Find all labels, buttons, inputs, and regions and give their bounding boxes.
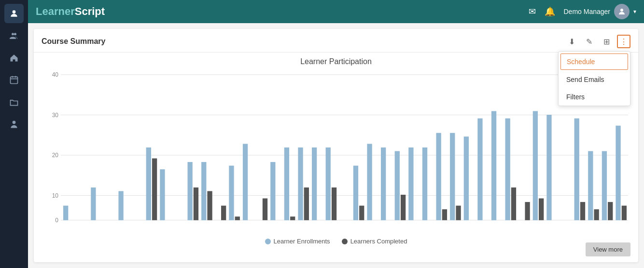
legend-completed: Learners Completed [342, 238, 407, 245]
svg-text:0: 0 [55, 217, 58, 224]
completed-dot [342, 239, 348, 244]
svg-rect-27 [201, 162, 206, 220]
completed-label: Learners Completed [350, 238, 407, 245]
svg-rect-65 [588, 151, 593, 220]
svg-rect-26 [194, 188, 198, 220]
svg-text:20: 20 [52, 152, 59, 159]
dropdown-filters[interactable]: Filters [559, 88, 630, 106]
svg-rect-60 [533, 111, 538, 220]
svg-rect-44 [367, 144, 372, 220]
topnav: LearnerScript ✉ 🔔 Demo Manager ▾ [28, 0, 644, 23]
avatar [614, 4, 630, 19]
svg-rect-35 [284, 147, 289, 220]
svg-rect-24 [160, 169, 165, 220]
topnav-right: ✉ 🔔 Demo Manager ▾ [529, 4, 637, 19]
svg-rect-68 [608, 202, 613, 220]
enrollments-dot [265, 239, 271, 244]
chart-legend: Learner Enrollments Learners Completed [42, 238, 630, 245]
svg-rect-22 [146, 147, 151, 220]
svg-rect-52 [450, 133, 455, 220]
svg-rect-56 [491, 111, 496, 220]
bar-chart-svg: 40 30 20 10 0 [42, 70, 630, 235]
sidebar-item-home[interactable] [4, 48, 24, 67]
dropdown-schedule[interactable]: Schedule [560, 54, 628, 70]
svg-rect-51 [442, 209, 447, 220]
svg-rect-21 [118, 191, 123, 220]
user-area[interactable]: Demo Manager ▾ [564, 4, 637, 19]
legend-enrollments: Learner Enrollments [265, 238, 330, 245]
sidebar-item-user[interactable] [4, 4, 24, 23]
svg-rect-19 [63, 206, 68, 220]
chart-svg-wrapper: 40 30 20 10 0 [42, 70, 630, 235]
svg-rect-69 [616, 126, 620, 220]
svg-rect-59 [525, 202, 530, 220]
sidebar-item-group[interactable] [4, 26, 24, 45]
svg-rect-41 [332, 188, 336, 220]
grid-button[interactable]: ⊞ [600, 35, 613, 48]
sidebar-item-folder[interactable] [4, 93, 24, 112]
svg-rect-25 [187, 162, 192, 220]
svg-rect-46 [395, 151, 400, 220]
svg-rect-58 [511, 188, 516, 220]
svg-rect-32 [243, 144, 248, 220]
svg-point-7 [13, 121, 16, 124]
svg-rect-36 [290, 216, 295, 220]
chart-container: Learner Participation 40 30 20 [34, 53, 638, 261]
svg-rect-43 [359, 206, 364, 220]
sidebar-item-users[interactable] [4, 115, 24, 134]
svg-text:10: 10 [52, 192, 59, 199]
svg-rect-38 [304, 188, 309, 220]
svg-rect-57 [505, 119, 510, 220]
sidebar-item-calendar[interactable] [4, 70, 24, 90]
svg-rect-28 [207, 191, 212, 220]
svg-rect-39 [312, 147, 317, 220]
svg-text:30: 30 [52, 112, 59, 119]
svg-rect-45 [381, 147, 386, 220]
sidebar [0, 0, 28, 268]
logo-script: Script [75, 5, 105, 17]
more-button[interactable]: ⋮ [617, 35, 630, 48]
view-more-button[interactable]: View more [586, 242, 630, 256]
bell-icon[interactable]: 🔔 [545, 6, 555, 17]
svg-rect-54 [464, 136, 469, 220]
svg-rect-31 [235, 216, 240, 220]
card-actions: ⬇ ✎ ⊞ ⋮ [565, 35, 630, 48]
course-summary-card: Course Summary ⬇ ✎ ⊞ ⋮ Learner Participa… [34, 29, 638, 262]
logo: LearnerScript [36, 5, 105, 18]
svg-rect-67 [602, 151, 607, 220]
svg-rect-47 [401, 195, 406, 220]
svg-rect-66 [594, 209, 599, 220]
svg-rect-20 [91, 188, 96, 220]
dropdown-send-emails[interactable]: Send Emails [559, 71, 630, 88]
svg-rect-49 [422, 147, 427, 220]
svg-rect-37 [298, 147, 303, 220]
dropdown-menu: Schedule Send Emails Filters [558, 51, 630, 106]
svg-point-1 [12, 33, 14, 35]
svg-point-8 [620, 9, 623, 12]
chart-title: Learner Participation [42, 57, 630, 66]
svg-rect-62 [546, 115, 551, 220]
svg-rect-63 [574, 119, 579, 220]
user-name: Demo Manager [564, 8, 611, 15]
svg-rect-55 [477, 119, 482, 220]
svg-rect-40 [326, 147, 331, 220]
edit-button[interactable]: ✎ [582, 35, 596, 48]
svg-rect-70 [622, 206, 627, 220]
mail-icon[interactable]: ✉ [529, 6, 536, 17]
svg-rect-61 [539, 199, 544, 220]
svg-point-0 [13, 10, 16, 13]
main-area: LearnerScript ✉ 🔔 Demo Manager ▾ Course … [28, 0, 644, 268]
svg-rect-42 [353, 166, 358, 220]
svg-rect-29 [221, 206, 226, 220]
svg-text:40: 40 [52, 71, 59, 78]
svg-rect-34 [270, 162, 275, 220]
svg-rect-33 [263, 199, 267, 220]
download-button[interactable]: ⬇ [565, 35, 578, 48]
svg-rect-30 [229, 166, 234, 220]
svg-rect-53 [456, 206, 461, 220]
svg-rect-3 [11, 77, 18, 83]
svg-rect-23 [152, 159, 157, 220]
chevron-down-icon: ▾ [633, 8, 636, 15]
card-header: Course Summary ⬇ ✎ ⊞ ⋮ [34, 29, 638, 53]
svg-point-2 [14, 33, 16, 35]
